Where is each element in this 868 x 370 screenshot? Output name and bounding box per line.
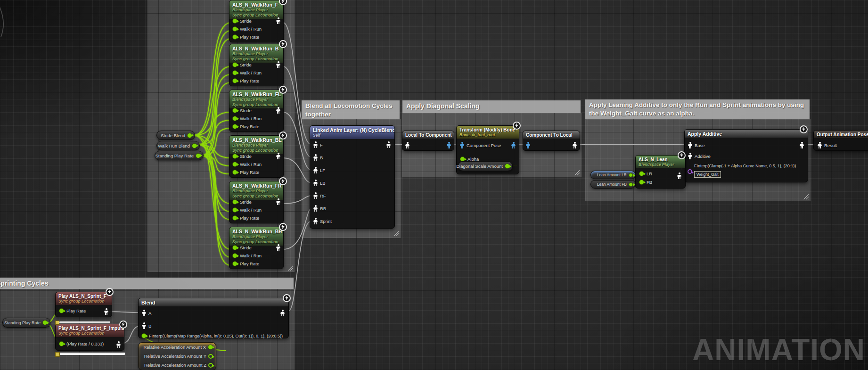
stride-pin[interactable] xyxy=(232,18,237,24)
pill-group-relative-acceleration[interactable]: Relative Acceleration Amount X Relative … xyxy=(138,342,216,370)
play-rate-pin[interactable] xyxy=(232,215,237,221)
pill-standing-play-rate[interactable]: Standing Play Rate xyxy=(155,151,204,160)
pose-output-pin[interactable] xyxy=(116,341,121,348)
walk-run-pin[interactable] xyxy=(232,26,237,32)
component-pose-output-pin[interactable] xyxy=(511,142,516,148)
play-rate-pin[interactable] xyxy=(232,124,237,129)
comment-header-leaning[interactable]: Apply Leaning Additive to only the Run a… xyxy=(585,99,810,119)
pose-input-pin[interactable] xyxy=(313,154,318,161)
pose-input-pin[interactable] xyxy=(313,167,318,173)
pose-input-pin[interactable] xyxy=(405,142,409,148)
node-local-to-component[interactable]: Local To Component xyxy=(402,131,454,151)
comment-header-diagonal-scaling[interactable]: Apply Diagonal Scaling xyxy=(402,100,581,113)
component-pose-output-pin[interactable] xyxy=(447,142,451,148)
node-component-to-local[interactable]: Component To Local xyxy=(523,131,580,151)
play-rate-pin[interactable] xyxy=(232,34,237,40)
play-rate-pin[interactable] xyxy=(59,341,64,346)
pin-label: Play Rate xyxy=(240,261,259,266)
pose-output-pin[interactable] xyxy=(276,107,280,114)
stride-pin[interactable] xyxy=(232,245,237,250)
output-pin[interactable] xyxy=(629,173,633,177)
output-pin[interactable] xyxy=(208,345,213,350)
node-als-n-walkrun-b[interactable]: ALS_N_WalkRun_B Blendspace Player Sync g… xyxy=(229,44,284,86)
play-rate-pin[interactable] xyxy=(59,308,64,313)
pill-walk-run-blend[interactable]: Walk Run Blend xyxy=(156,141,200,150)
node-play-als-n-sprint-f-impulse[interactable]: Play ALS_N_Sprint_F_Impulse Sync group L… xyxy=(55,324,124,351)
output-pin[interactable] xyxy=(192,143,197,148)
pill-rel-accel-y[interactable]: Relative Acceleration Amount Y xyxy=(139,352,216,361)
pose-output-pin[interactable] xyxy=(276,244,280,251)
additive-pose-input-pin[interactable] xyxy=(688,153,692,159)
pill-stride-blend[interactable]: Stride Blend xyxy=(156,131,195,140)
pill-rel-accel-z[interactable]: Relative Acceleration Amount Z xyxy=(139,361,216,370)
pin-label: Additive xyxy=(695,154,711,159)
a-pose-input-pin[interactable] xyxy=(142,310,146,316)
pill-lean-amount-fb[interactable]: Lean Amount FB xyxy=(590,180,636,189)
output-pin[interactable] xyxy=(629,182,633,187)
pose-output-pin[interactable] xyxy=(573,142,577,148)
output-pin[interactable] xyxy=(208,363,213,368)
play-rate-pin[interactable] xyxy=(232,261,237,266)
node-play-als-n-sprint-f[interactable]: Play ALS_N_Sprint_F Sync group Locomotio… xyxy=(55,292,112,317)
node-als-n-walkrun-f[interactable]: ALS_N_WalkRun_F Blendspace Player Sync g… xyxy=(229,0,284,42)
walk-run-pin[interactable] xyxy=(232,253,237,258)
node-linked-anim-layer[interactable]: Linked Anim Layer: (N) CycleBlending Sel… xyxy=(310,125,395,229)
output-pin[interactable] xyxy=(208,354,213,359)
walk-run-pin[interactable] xyxy=(232,116,237,121)
b-pose-input-pin[interactable] xyxy=(142,322,146,329)
result-pose-input-pin[interactable] xyxy=(818,142,822,148)
stride-pin[interactable] xyxy=(232,154,237,159)
lightning-icon xyxy=(513,122,521,130)
node-als-n-walkrun-br[interactable]: ALS_N_WalkRun_BR Blendspace Player Sync … xyxy=(229,227,284,269)
node-blend[interactable]: Blend A B FInterp(Clamp(Map Range(Alpha,… xyxy=(138,298,289,338)
play-rate-pin[interactable] xyxy=(232,170,237,175)
node-als-n-walkrun-bl[interactable]: ALS_N_WalkRun_BL Blendspace Player Sync … xyxy=(229,135,284,178)
pill-diagonal-scale-amount[interactable]: Diagonal Scale Amount xyxy=(458,161,513,171)
walk-run-pin[interactable] xyxy=(232,207,237,213)
walk-run-pin[interactable] xyxy=(232,70,237,75)
stride-pin[interactable] xyxy=(232,62,237,67)
pose-input-pin[interactable] xyxy=(313,205,318,212)
pose-output-pin[interactable] xyxy=(276,198,280,205)
pose-input-pin[interactable] xyxy=(313,218,318,224)
pose-input-pin[interactable] xyxy=(313,141,318,148)
pose-output-pin[interactable] xyxy=(276,61,280,68)
pose-output-pin[interactable] xyxy=(276,153,280,159)
node-als-n-lean[interactable]: ALS_N_Lean Blendspace Player LR FB xyxy=(635,155,686,189)
pose-output-pin[interactable] xyxy=(104,308,108,315)
play-rate-pin[interactable] xyxy=(232,78,237,83)
pose-input-pin[interactable] xyxy=(313,180,318,186)
node-output-animation-pose[interactable]: Output Animation Pose Result xyxy=(813,130,868,151)
component-pose-input-pin[interactable] xyxy=(526,142,530,148)
anim-graph-canvas[interactable]: ANIMATION Blend all Locomotion Cycles to… xyxy=(0,0,868,370)
node-apply-additive[interactable]: Apply Additive Base Additive FInterp(Cla… xyxy=(684,129,808,182)
alpha-pin[interactable] xyxy=(141,333,147,338)
pill-rel-accel-x[interactable]: Relative Acceleration Amount X xyxy=(139,343,216,352)
pose-output-pin[interactable] xyxy=(276,17,280,24)
fb-pin[interactable] xyxy=(639,180,644,185)
node-als-n-walkrun-fr[interactable]: ALS_N_WalkRun_FR Blendspace Player Sync … xyxy=(229,181,284,223)
comment-header-blend-all[interactable]: Blend all Locomotion Cycles together xyxy=(302,100,400,119)
output-pin[interactable] xyxy=(42,320,48,325)
pose-output-pin[interactable] xyxy=(386,141,391,148)
output-pin[interactable] xyxy=(187,133,192,138)
base-pose-input-pin[interactable] xyxy=(688,142,692,148)
pose-output-pin[interactable] xyxy=(280,310,285,316)
pose-output-pin[interactable] xyxy=(677,173,681,179)
stride-pin[interactable] xyxy=(232,199,237,205)
pose-input-pin[interactable] xyxy=(313,192,318,199)
pill-standing-play-rate-bottom[interactable]: Standing Play Rate xyxy=(2,318,50,328)
lr-pin[interactable] xyxy=(639,171,644,176)
walk-run-pin[interactable] xyxy=(232,162,237,167)
output-pin[interactable] xyxy=(196,153,201,158)
node-als-n-walkrun-fl[interactable]: ALS_N_WalkRun_FL Blendspace Player Sync … xyxy=(229,90,284,132)
alpha-curve-pin[interactable] xyxy=(688,169,692,174)
pill-lean-amount-lr[interactable]: Lean Amount LR xyxy=(590,171,636,179)
output-pin[interactable] xyxy=(505,164,510,169)
stride-pin[interactable] xyxy=(232,108,237,113)
component-pose-input-pin[interactable] xyxy=(460,142,464,148)
comment-header-sprinting[interactable]: Sprinting Cycles xyxy=(0,278,294,289)
pose-output-pin[interactable] xyxy=(800,142,804,148)
curve-name-box[interactable]: Weight_Gait xyxy=(694,171,721,178)
pin-label: LB xyxy=(320,181,326,186)
